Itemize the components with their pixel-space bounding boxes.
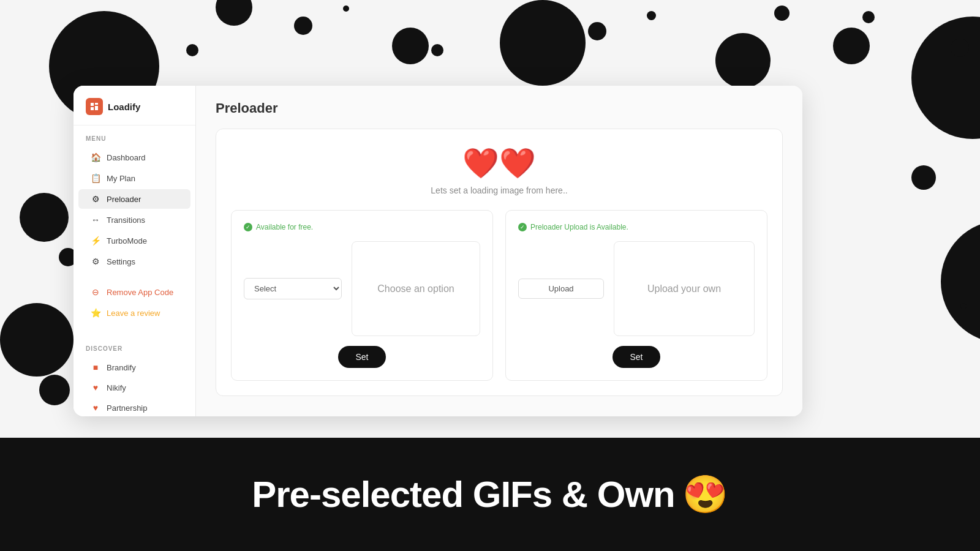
sidebar-item-transitions[interactable]: ↔ Transitions xyxy=(78,210,190,230)
decorative-dot xyxy=(343,6,349,12)
dashboard-label: Dashboard xyxy=(107,153,146,162)
nikify-label: Nikify xyxy=(107,383,126,392)
nikify-icon: ♥ xyxy=(91,383,100,392)
decorative-dot xyxy=(833,28,870,64)
discover-label: Discover xyxy=(74,335,195,357)
decorative-dot xyxy=(911,17,980,139)
decorative-dot xyxy=(186,44,198,56)
settings-icon: ⚙ xyxy=(91,257,100,266)
decorative-dot xyxy=(392,28,429,64)
sidebar: Loadify MENU 🏠 Dashboard 📋 My Plan ⚙ Pre… xyxy=(74,86,196,416)
decorative-dot xyxy=(294,17,312,35)
app-window: Loadify MENU 🏠 Dashboard 📋 My Plan ⚙ Pre… xyxy=(74,86,802,416)
decorative-dot xyxy=(500,0,586,86)
transitions-label: Transitions xyxy=(107,216,145,225)
preloader-label: Preloader xyxy=(107,195,141,204)
bottom-banner: Pre-selected GIFs & Own 😍 xyxy=(0,438,980,551)
decorative-dot xyxy=(431,44,443,56)
sidebar-item-leave-review[interactable]: ⭐ Leave a review xyxy=(78,303,190,323)
upload-badge: ✓ Preloader Upload is Available. xyxy=(518,223,755,231)
free-panel-preview: Choose an option xyxy=(352,241,480,336)
upload-panel-preview: Upload your own xyxy=(614,241,755,336)
sidebar-item-myplan[interactable]: 📋 My Plan xyxy=(78,168,190,188)
upload-button[interactable]: Upload xyxy=(518,279,604,299)
upload-preview-text: Upload your own xyxy=(647,283,721,294)
free-badge: ✓ Available for free. xyxy=(244,223,480,231)
turbomode-label: TurboMode xyxy=(107,236,147,246)
logo-icon xyxy=(86,98,103,115)
decorative-dot xyxy=(588,22,606,40)
svg-rect-3 xyxy=(95,106,98,110)
free-panel: ✓ Available for free. Select Option 1 Op… xyxy=(231,210,493,381)
sidebar-item-brandify[interactable]: ■ Brandify xyxy=(78,358,190,377)
svg-rect-1 xyxy=(95,103,98,105)
decorative-dot xyxy=(911,165,936,190)
logo-text: Loadify xyxy=(108,102,140,112)
decorative-dot xyxy=(960,303,967,309)
banner-emoji: 😍 xyxy=(682,473,728,516)
turbo-icon: ⚡ xyxy=(91,236,100,246)
brandify-icon: ■ xyxy=(91,362,100,372)
decorative-dot xyxy=(39,375,70,405)
discover-section: Discover ■ Brandify ♥ Nikify ♥ Partnersh… xyxy=(74,335,195,416)
decorative-dot xyxy=(20,193,69,242)
decorative-dot xyxy=(774,6,790,21)
upload-check-icon: ✓ xyxy=(518,223,527,231)
preloader-header: ❤️❤️ Lets set a loading image from here.… xyxy=(231,146,767,195)
sidebar-item-partnership[interactable]: ♥ Partnership xyxy=(78,398,190,416)
svg-rect-2 xyxy=(91,107,94,110)
decorative-dot xyxy=(647,11,656,20)
decorative-dot xyxy=(216,0,252,26)
free-preview-text: Choose an option xyxy=(377,283,454,294)
preloader-subtitle: Lets set a loading image from here.. xyxy=(431,186,567,195)
decorative-dot xyxy=(862,11,875,23)
sidebar-item-settings[interactable]: ⚙ Settings xyxy=(78,252,190,271)
decorative-dot xyxy=(941,220,980,343)
main-content: Preloader ❤️❤️ Lets set a loading image … xyxy=(196,86,802,416)
partnership-label: Partnership xyxy=(107,403,147,413)
home-icon: 🏠 xyxy=(91,152,100,162)
upload-panel-controls: Upload xyxy=(518,279,604,299)
decorative-dot xyxy=(0,303,74,377)
sidebar-item-turbomode[interactable]: ⚡ TurboMode xyxy=(78,231,190,250)
partnership-icon: ♥ xyxy=(91,403,100,413)
free-panel-controls: Select Option 1 Option 2 xyxy=(244,278,342,299)
remove-icon: ⊖ xyxy=(91,287,100,297)
free-panel-body: Select Option 1 Option 2 Choose an optio… xyxy=(244,241,480,336)
decorative-dot xyxy=(951,39,969,57)
remove-code-label: Remove App Code xyxy=(107,288,173,297)
leave-review-label: Leave a review xyxy=(107,309,160,318)
preloader-icon: ⚙ xyxy=(91,194,100,204)
brandify-label: Brandify xyxy=(107,363,136,372)
sidebar-item-preloader[interactable]: ⚙ Preloader xyxy=(78,189,190,209)
sidebar-logo: Loadify xyxy=(74,86,195,126)
transitions-icon: ↔ xyxy=(91,215,100,225)
sidebar-item-nikify[interactable]: ♥ Nikify xyxy=(78,378,190,397)
heart-emoji: ❤️❤️ xyxy=(462,146,536,181)
svg-rect-0 xyxy=(91,103,94,106)
menu-label: MENU xyxy=(74,126,195,147)
upload-panel-body: Upload Upload your own xyxy=(518,241,755,336)
myplan-label: My Plan xyxy=(107,174,135,183)
upload-badge-text: Preloader Upload is Available. xyxy=(530,223,628,231)
content-card: ❤️❤️ Lets set a loading image from here.… xyxy=(216,129,783,396)
preloader-panels: ✓ Available for free. Select Option 1 Op… xyxy=(231,210,767,381)
free-set-button[interactable]: Set xyxy=(338,346,385,368)
settings-label: Settings xyxy=(107,257,135,266)
sidebar-item-dashboard[interactable]: 🏠 Dashboard xyxy=(78,148,190,167)
upload-set-button[interactable]: Set xyxy=(612,346,660,368)
page-title: Preloader xyxy=(216,100,783,116)
gif-select-dropdown[interactable]: Select Option 1 Option 2 xyxy=(244,278,342,299)
sidebar-item-remove-code[interactable]: ⊖ Remove App Code xyxy=(78,282,190,302)
decorative-dot xyxy=(715,33,771,88)
free-badge-text: Available for free. xyxy=(256,223,313,231)
plan-icon: 📋 xyxy=(91,173,100,183)
review-icon: ⭐ xyxy=(91,308,100,318)
check-icon: ✓ xyxy=(244,223,252,231)
upload-panel: ✓ Preloader Upload is Available. Upload … xyxy=(505,210,767,381)
banner-text: Pre-selected GIFs & Own xyxy=(252,473,675,515)
